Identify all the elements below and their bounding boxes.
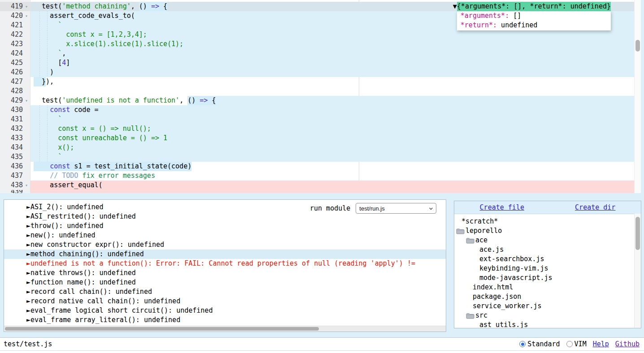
radio-icon[interactable] — [566, 341, 573, 347]
code-line-437[interactable]: // TODO fix error messages — [30, 171, 634, 181]
file-panel: Create file Create dir *scratch* leporel… — [454, 201, 641, 328]
line-number: 425 — [0, 58, 30, 68]
create-dir-link[interactable]: Create dir — [575, 203, 615, 211]
line-number: 433 — [0, 133, 30, 143]
calltree-item[interactable]: ►method chaining(): undefined — [4, 250, 446, 259]
file-tree-item[interactable]: keybinding-vim.js — [454, 264, 641, 273]
code-token: ) — [34, 68, 54, 77]
file-name: mode-javascript.js — [479, 273, 553, 283]
code-line-432[interactable]: const x = () => null(); — [30, 124, 634, 133]
tooltip-key: *return*: — [461, 21, 497, 29]
value-tooltip: ▼{*arguments*: [], *return*: undefined} … — [453, 2, 611, 30]
file-tree-item[interactable]: ext-searchbox.js — [454, 254, 641, 264]
code-token: s1 = test_initial_state(code) — [70, 162, 191, 171]
file-tree-scrollbar[interactable] — [634, 214, 641, 328]
code-token: } — [34, 77, 46, 86]
code-token: test( — [34, 2, 62, 11]
code-line-422[interactable]: const x = [1,2,3,4]; — [30, 30, 634, 39]
editor-vertical-scrollbar[interactable] — [634, 0, 641, 193]
calltree-item[interactable] — [4, 199, 446, 202]
file-tree-item[interactable]: *scratch* — [454, 217, 641, 226]
run-module-select[interactable]: test/run.js — [356, 203, 436, 214]
calltree-item[interactable]: ►new constructor expr(): undefined — [4, 240, 446, 250]
code-line-434[interactable]: x(); — [30, 143, 634, 152]
line-number: 431 — [0, 115, 30, 124]
line-number: 435 — [0, 152, 30, 162]
calltree-item[interactable]: ►function name(): undefined — [4, 278, 446, 287]
file-tree-item[interactable]: ast_utils.js — [454, 320, 641, 328]
code-token: 'undefined is not a function' — [62, 96, 179, 105]
file-name: service_worker.js — [473, 301, 542, 311]
code-token: ` — [34, 115, 62, 124]
calltree-item[interactable]: ►record call chain(): undefined — [4, 287, 446, 297]
file-panel-header: Create file Create dir — [454, 201, 641, 214]
status-bar-right: StandardVIMHelpGithub — [519, 340, 644, 348]
file-tree-item[interactable]: ace — [454, 236, 641, 245]
fold-arrow-icon[interactable]: ▾ — [23, 11, 30, 21]
fold-arrow-icon[interactable]: ▾ — [23, 2, 30, 11]
file-tree-item[interactable]: service_worker.js — [454, 301, 641, 311]
file-name: keybinding-vim.js — [479, 264, 548, 273]
line-number: 426 — [0, 68, 30, 77]
line-number: 439 — [0, 190, 30, 193]
console-horizontal-scrollbar[interactable] — [4, 326, 446, 331]
fold-arrow-icon[interactable]: ▾ — [23, 181, 30, 190]
line-number: 434 — [0, 143, 30, 152]
help-link[interactable]: Help — [593, 340, 609, 348]
code-line-424[interactable]: `, — [30, 49, 634, 58]
file-name: src — [475, 311, 487, 320]
calltree-item[interactable]: ►new(): undefined — [4, 231, 446, 240]
scrollbar-thumb[interactable] — [5, 327, 319, 331]
calltree-item[interactable]: ►eval_frame array_literal(): undefined — [4, 315, 446, 325]
folder-icon — [456, 228, 465, 234]
scrollbar-thumb[interactable] — [635, 40, 640, 52]
console-panel: ►ASI_2(): undefined►ASI_restrited(): und… — [4, 199, 446, 332]
code-line-438[interactable]: assert_equal( — [30, 181, 634, 190]
code-line-426[interactable]: ) — [30, 68, 634, 77]
code-line-430[interactable]: const code = — [30, 105, 634, 115]
github-link[interactable]: Github — [615, 340, 640, 348]
file-tree-item[interactable]: package.json — [454, 292, 641, 301]
keybinding-radio-vim[interactable]: VIM — [566, 340, 587, 348]
calltree-item[interactable]: ►eval_frame logical short circuit(): und… — [4, 306, 446, 315]
value-tooltip-header[interactable]: ▼{*arguments*: [], *return*: undefined} — [453, 2, 611, 11]
code-line-423[interactable]: x.slice(1).slice(1).slice(1); — [30, 39, 634, 49]
line-number: 422 — [0, 30, 30, 39]
leporello-app: 419▾420▾421422423424425426427428429▾4304… — [0, 0, 644, 353]
code-line-435[interactable]: ` — [30, 152, 634, 162]
tooltip-entry[interactable]: *return*: undefined — [461, 21, 606, 30]
file-tree-item[interactable]: leporello — [454, 226, 641, 236]
file-tree-item[interactable]: index.html — [454, 283, 641, 292]
file-tree-item[interactable]: mode-javascript.js — [454, 273, 641, 283]
code-line-429[interactable]: test('undefined is not a function', () =… — [30, 96, 634, 105]
code-line-433[interactable]: const unreachable = () => 1 — [30, 133, 634, 143]
code-token: const — [50, 162, 70, 171]
file-tree-item[interactable]: ace.js — [454, 245, 641, 254]
calltree-item[interactable]: ►throw(): undefined — [4, 221, 446, 231]
code-token: code = — [70, 105, 98, 115]
line-number: 436 — [0, 162, 30, 171]
calltree-item[interactable]: ►native throws(): undefined — [4, 268, 446, 278]
code-token: () — [187, 96, 200, 105]
line-number: 438▾ — [0, 181, 30, 190]
code-token: => — [151, 2, 159, 11]
chevron-down-icon[interactable]: ▼ — [453, 2, 457, 11]
code-line-436[interactable]: const s1 = test_initial_state(code) — [30, 162, 634, 171]
code-token: ` — [34, 152, 62, 162]
code-line-431[interactable]: ` — [30, 115, 634, 124]
file-tree-item[interactable]: src — [454, 311, 641, 320]
code-line-427[interactable]: }), — [30, 77, 634, 86]
fold-arrow-icon[interactable]: ▾ — [23, 96, 30, 105]
calltree-item[interactable]: ►undefined is not a function(): Error: F… — [4, 259, 446, 268]
tooltip-value: [] — [509, 12, 521, 20]
code-line-425[interactable]: [4] — [30, 58, 634, 68]
scrollbar-thumb[interactable] — [635, 217, 640, 250]
tooltip-entry[interactable]: *arguments*: [] — [461, 11, 606, 21]
radio-icon[interactable] — [519, 341, 526, 347]
create-file-link[interactable]: Create file — [480, 203, 524, 211]
keybinding-radio-standard[interactable]: Standard — [519, 340, 560, 348]
code-line-439[interactable] — [30, 190, 634, 193]
calltree-item[interactable]: ►record native call chain(): undefined — [4, 297, 446, 306]
code-line-428[interactable] — [30, 86, 634, 96]
code-token — [34, 162, 50, 171]
